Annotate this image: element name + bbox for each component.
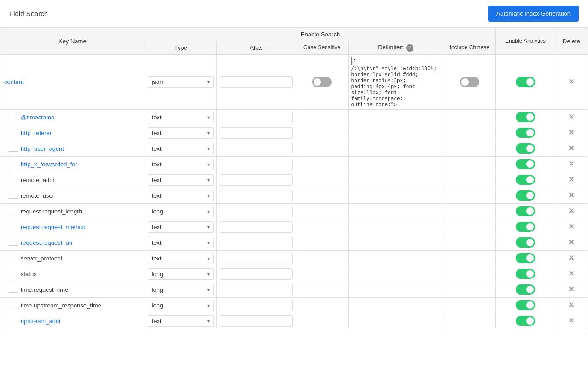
include-chinese-cell [443,156,496,172]
enable-analytics-toggle[interactable] [516,253,535,263]
type-select[interactable]: text ▾ [148,190,214,201]
enable-analytics-toggle[interactable] [516,237,535,248]
type-value: text [152,318,162,325]
alias-cell [217,188,296,203]
key-name-link[interactable]: content [4,78,24,85]
key-name-link[interactable]: http_x_forwarded_for [21,161,77,168]
delete-button[interactable]: ✕ [568,254,574,262]
delete-button[interactable]: ✕ [568,239,574,246]
key-name-link[interactable]: @timestamp [21,114,54,121]
alias-input[interactable] [220,300,292,311]
alias-input[interactable] [220,190,292,201]
type-value: text [152,224,162,230]
case-sensitive-toggle[interactable] [312,77,332,87]
delete-button[interactable]: ✕ [568,145,574,152]
enable-analytics-toggle[interactable] [516,284,535,295]
enable-analytics-toggle[interactable] [516,269,535,279]
delete-button[interactable]: ✕ [568,176,574,183]
type-select[interactable]: text ▾ [148,112,214,123]
chevron-down-icon: ▾ [207,146,210,151]
delete-button[interactable]: ✕ [568,129,574,136]
alias-input[interactable] [220,253,292,264]
key-name-text: remote_addr [21,177,55,183]
alias-input[interactable] [220,221,292,233]
alias-input[interactable] [220,143,292,154]
delete-cell: ✕ [555,250,588,266]
delimiter-input[interactable] [351,57,431,65]
enable-analytics-toggle[interactable] [516,112,535,122]
alias-input[interactable] [220,206,292,217]
type-select[interactable]: text ▾ [148,174,214,186]
chevron-down-icon: ▾ [207,209,210,214]
alias-input[interactable] [220,159,292,170]
alias-input[interactable] [220,76,292,88]
type-cell: text ▾ [145,109,217,125]
key-name-link[interactable]: http_user_agent [21,145,64,152]
type-select[interactable]: long ▾ [148,284,214,295]
alias-input[interactable] [220,127,292,139]
type-select[interactable]: text ▾ [148,143,214,154]
delete-button[interactable]: ✕ [568,270,574,278]
type-value: text [152,192,162,199]
delete-button[interactable]: ✕ [568,301,574,309]
type-select[interactable]: long ▾ [148,268,214,280]
table-row: time.request_time long ▾ ✕ [0,282,588,297]
type-select[interactable]: long ▾ [148,300,214,311]
include-chinese-cell [443,141,496,156]
enable-analytics-toggle[interactable] [516,159,535,169]
delimiter-help-icon[interactable]: ? [406,44,413,52]
delete-cell: ✕ [555,156,588,172]
type-select[interactable]: text ▾ [148,315,214,327]
alias-input[interactable] [220,284,292,295]
enable-analytics-toggle[interactable] [516,206,535,216]
alias-input[interactable] [220,112,292,123]
alias-input[interactable] [220,315,292,327]
enable-analytics-cell [496,266,555,282]
enable-analytics-cell [496,282,555,297]
delete-cell: ✕ [555,219,588,235]
delete-button[interactable]: ✕ [568,78,574,86]
type-select[interactable]: text ▾ [148,221,214,233]
alias-input[interactable] [220,268,292,280]
type-select[interactable]: text ▾ [148,127,214,139]
type-select[interactable]: long ▾ [148,206,214,217]
enable-analytics-cell [496,54,555,109]
delete-button[interactable]: ✕ [568,207,574,215]
alias-input[interactable] [220,237,292,248]
delete-button[interactable]: ✕ [568,223,574,230]
include-chinese-cell [443,203,496,219]
delete-button[interactable]: ✕ [568,192,574,199]
delimiter-cell [348,250,443,266]
type-select[interactable]: text ▾ [148,237,214,248]
delimiter-cell: /:\n\t\r" style="width:100%; border:1px … [348,54,443,109]
enable-analytics-toggle[interactable] [516,128,535,138]
type-select[interactable]: json ▾ [148,76,214,88]
delete-button[interactable]: ✕ [568,113,574,121]
alias-cell [217,266,296,282]
auto-index-button[interactable]: Automatic Index Generation [488,6,579,22]
key-name-link[interactable]: request.request_method [21,224,86,230]
delete-button[interactable]: ✕ [568,160,574,168]
type-select[interactable]: text ▾ [148,253,214,264]
key-name-link[interactable]: upstream_addr [21,318,61,325]
enable-analytics-toggle[interactable] [516,175,535,185]
enable-analytics-toggle[interactable] [516,77,535,87]
table-row: request.request_length long ▾ ✕ [0,203,588,219]
type-select[interactable]: text ▾ [148,159,214,170]
enable-analytics-toggle[interactable] [516,190,535,201]
alias-input[interactable] [220,174,292,186]
col-delimiter: Delimiter: ? [348,41,443,55]
alias-cell [217,250,296,266]
enable-analytics-toggle[interactable] [516,222,535,232]
delimiter-cell [348,219,443,235]
type-cell: text ▾ [145,172,217,188]
type-cell: text ▾ [145,219,217,235]
key-name-link[interactable]: http_referer [21,130,52,136]
enable-analytics-toggle[interactable] [516,316,535,326]
include-chinese-toggle[interactable] [460,77,479,87]
key-name-link[interactable]: request.request_uri [21,239,72,246]
delete-button[interactable]: ✕ [568,317,574,325]
delete-button[interactable]: ✕ [568,286,574,293]
enable-analytics-toggle[interactable] [516,143,535,154]
enable-analytics-toggle[interactable] [516,300,535,310]
